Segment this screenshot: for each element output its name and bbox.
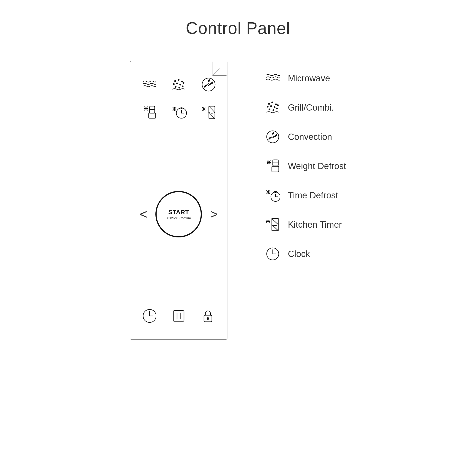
- svg-point-10: [179, 87, 180, 88]
- svg-point-48: [275, 104, 277, 105]
- time-defrost-button[interactable]: [169, 103, 188, 122]
- svg-rect-33: [209, 106, 215, 119]
- main-layout: < START +30Sec./Confirm >: [130, 61, 346, 340]
- kitchen-timer-legend-icon: [265, 217, 281, 233]
- microwave-legend-icon: [265, 70, 281, 86]
- svg-point-13: [208, 84, 209, 85]
- microwave-legend-label: Microwave: [288, 73, 330, 84]
- legend-convection: Convection: [265, 129, 346, 145]
- svg-rect-40: [173, 311, 184, 321]
- start-label: START: [168, 209, 189, 216]
- svg-rect-64: [272, 166, 279, 172]
- weight-defrost-legend-icon: [265, 158, 281, 174]
- weight-defrost-legend-label: Weight Defrost: [288, 161, 346, 171]
- svg-point-50: [271, 106, 272, 107]
- svg-point-5: [173, 84, 174, 85]
- svg-point-7: [180, 84, 181, 85]
- left-arrow-button[interactable]: <: [140, 208, 147, 221]
- top-buttons: [137, 75, 220, 122]
- svg-point-6: [177, 83, 178, 84]
- svg-rect-77: [272, 219, 278, 231]
- time-defrost-legend-icon: [265, 187, 281, 204]
- convection-button[interactable]: [199, 75, 218, 94]
- legend-weight-defrost: Weight Defrost: [265, 158, 346, 174]
- legend-time-defrost: Time Defrost: [265, 187, 346, 204]
- clock-button[interactable]: [140, 307, 159, 325]
- grill-combi-legend-icon: [265, 100, 281, 116]
- svg-point-49: [267, 106, 268, 107]
- grill-combi-button[interactable]: [169, 75, 188, 94]
- svg-point-57: [272, 136, 274, 138]
- legend-kitchen-timer: Kitchen Timer: [265, 217, 346, 233]
- start-button[interactable]: START +30Sec./Confirm: [155, 191, 202, 238]
- svg-point-9: [175, 86, 176, 87]
- svg-point-4: [182, 81, 183, 82]
- svg-rect-20: [149, 113, 156, 118]
- convection-legend-label: Convection: [288, 132, 332, 142]
- svg-point-55: [276, 108, 278, 109]
- page-title: Control Panel: [186, 18, 290, 38]
- microwave-button[interactable]: [140, 75, 158, 94]
- svg-point-3: [178, 79, 179, 81]
- clock-legend-icon: [265, 246, 281, 262]
- svg-point-11: [182, 86, 183, 87]
- pause-button[interactable]: [169, 307, 188, 325]
- svg-point-51: [274, 107, 275, 108]
- start-sublabel: +30Sec./Confirm: [167, 216, 191, 220]
- svg-point-2: [175, 81, 176, 82]
- svg-point-46: [269, 103, 270, 104]
- svg-point-54: [273, 110, 274, 111]
- clock-legend-label: Clock: [288, 249, 310, 259]
- svg-point-53: [269, 109, 270, 110]
- right-arrow-button[interactable]: >: [210, 208, 218, 221]
- bottom-buttons: [137, 307, 220, 325]
- convection-legend-icon: [265, 129, 281, 145]
- svg-point-8: [183, 83, 184, 84]
- corner-clip: [212, 61, 227, 76]
- lock-button[interactable]: [199, 307, 217, 325]
- legend-grill-combi: Grill/Combi.: [265, 100, 346, 116]
- legend-microwave: Microwave: [265, 70, 346, 86]
- kitchen-timer-legend-label: Kitchen Timer: [288, 220, 342, 230]
- middle-section: < START +30Sec./Confirm >: [137, 191, 220, 238]
- svg-point-52: [277, 105, 279, 106]
- kitchen-timer-button[interactable]: [199, 103, 218, 122]
- time-defrost-legend-label: Time Defrost: [288, 190, 338, 201]
- legend-clock: Clock: [265, 246, 346, 262]
- weight-defrost-button[interactable]: [140, 103, 158, 122]
- grill-combi-legend-label: Grill/Combi.: [288, 103, 334, 113]
- svg-point-47: [272, 102, 273, 103]
- legend: Microwave Grill/Combi.: [265, 61, 346, 262]
- control-panel: < START +30Sec./Confirm >: [130, 61, 227, 340]
